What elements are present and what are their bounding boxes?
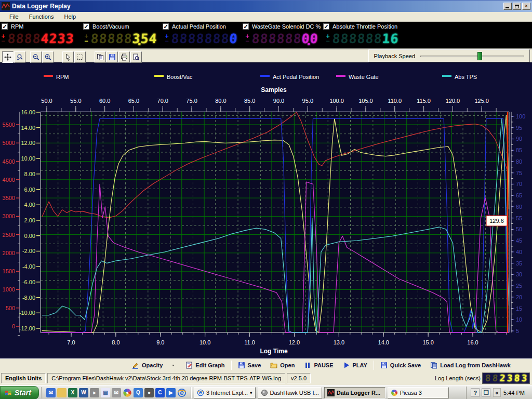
zoom-window-tool-icon bbox=[16, 54, 23, 61]
show-desktop-icon[interactable]: ▤ bbox=[101, 388, 110, 397]
zoom-window-tool-button[interactable] bbox=[14, 51, 25, 63]
taskbar: Start ✉XW▸▤✉Q●C▶e e3 Internet Expl...▾Da… bbox=[0, 385, 532, 399]
svg-text:-2.00: -2.00 bbox=[22, 248, 35, 254]
media-player-icon[interactable]: ▸ bbox=[90, 388, 99, 397]
load-log-button[interactable]: Load Log from DashHawk bbox=[425, 360, 515, 371]
svg-text:55.0: 55.0 bbox=[70, 98, 81, 104]
copernic-icon[interactable]: C bbox=[155, 388, 165, 397]
windows-flag-icon bbox=[5, 389, 12, 396]
svg-text:5500: 5500 bbox=[3, 122, 15, 128]
mail-icon[interactable]: ✉ bbox=[112, 388, 121, 397]
select-region-tool-button[interactable] bbox=[74, 51, 86, 63]
log-length-label: Log Length (secs) bbox=[435, 375, 481, 381]
svg-text:60: 60 bbox=[516, 204, 522, 210]
svg-text:100: 100 bbox=[516, 113, 525, 119]
rpm-checkbox[interactable]: ✓ bbox=[2, 23, 8, 30]
excel-icon[interactable]: X bbox=[68, 388, 77, 397]
sign-indicator: +− bbox=[164, 34, 170, 44]
open-folder-icon bbox=[270, 362, 277, 369]
opacity-button[interactable]: Opacity bbox=[127, 360, 167, 371]
cursor-tool-button[interactable] bbox=[62, 51, 74, 63]
load-log-label: Load Log from DashHawk bbox=[440, 362, 511, 368]
svg-text:80: 80 bbox=[516, 158, 522, 165]
opacity-dropdown-button[interactable] bbox=[167, 360, 181, 371]
menu-item-functions[interactable]: Functions bbox=[24, 12, 59, 21]
open-button[interactable]: Open bbox=[265, 360, 299, 371]
taskbar-divider bbox=[191, 387, 192, 398]
print-preview-tool-button[interactable] bbox=[130, 51, 142, 63]
led-digit: 6 bbox=[390, 32, 399, 46]
window-titlebar[interactable]: Data Logger Replay × bbox=[0, 0, 532, 12]
svg-text:4.00: 4.00 bbox=[24, 202, 35, 208]
start-button[interactable]: Start bbox=[0, 386, 39, 399]
svg-text:8.0: 8.0 bbox=[112, 339, 119, 345]
svg-text:6.00: 6.00 bbox=[24, 187, 35, 193]
help-icon[interactable]: ? bbox=[471, 388, 480, 397]
minimize-button[interactable] bbox=[503, 3, 512, 10]
select-region-tool-icon bbox=[76, 54, 84, 61]
boost-vacuum-led-display: +−88888354 bbox=[83, 32, 164, 46]
menu-item-file[interactable]: File bbox=[4, 12, 24, 21]
edit-graph-button[interactable]: Edit Graph bbox=[181, 360, 229, 371]
taskbar-button-data-logger-replay[interactable]: Data Logger R... bbox=[324, 387, 385, 398]
outlook-express-icon[interactable]: ✉ bbox=[46, 388, 56, 397]
close-button[interactable]: × bbox=[522, 3, 530, 10]
legend-swatch bbox=[442, 75, 451, 77]
svg-text:30: 30 bbox=[516, 271, 522, 277]
task-label: 3 Internet Expl... bbox=[206, 390, 248, 396]
copy-tool-button[interactable] bbox=[95, 51, 106, 63]
picasa-launch-icon bbox=[391, 389, 398, 396]
group-expand-icon[interactable]: ▾ bbox=[250, 390, 252, 395]
display-settings-icon[interactable]: ❏ bbox=[482, 388, 490, 397]
pan-tool-button[interactable] bbox=[2, 51, 14, 63]
actual-pedal-position-label: Actual Pedal Position bbox=[172, 23, 226, 30]
restore-button[interactable] bbox=[513, 3, 521, 10]
absolute-throttle-position-led-display: +−88888816 bbox=[325, 32, 459, 46]
print-tool-button[interactable] bbox=[118, 51, 130, 63]
svg-text:Waste Gate: Waste Gate bbox=[349, 74, 379, 80]
taskbar-button-dashhawk-usb[interactable]: DashHawk USB I... bbox=[258, 387, 322, 398]
floppy-icon bbox=[238, 362, 245, 369]
pause-button[interactable]: PAUSE bbox=[299, 360, 338, 371]
legend-swatch bbox=[154, 75, 164, 77]
svg-text:70.0: 70.0 bbox=[157, 98, 168, 104]
save-tool-button[interactable] bbox=[107, 51, 118, 63]
window-title: Data Logger Replay bbox=[12, 3, 502, 10]
taskbar-button-picasa[interactable]: Picasa 3 bbox=[388, 387, 449, 398]
svg-text:500: 500 bbox=[6, 305, 15, 311]
svg-text:2.00: 2.00 bbox=[24, 217, 35, 223]
toolbar-separator bbox=[231, 361, 232, 370]
units-indicator: English Units bbox=[1, 373, 46, 383]
play-circle-icon[interactable]: ▶ bbox=[166, 388, 176, 397]
svg-text:-6.00: -6.00 bbox=[22, 279, 35, 285]
play-button[interactable]: PLAY bbox=[338, 360, 372, 371]
save-button[interactable]: Save bbox=[233, 360, 266, 371]
wastegate-solenoid-dc-checkbox[interactable]: ✓ bbox=[243, 23, 249, 30]
actual-pedal-position-checkbox[interactable]: ✓ bbox=[163, 23, 169, 30]
taskbar-button-internet-explorer-group[interactable]: e3 Internet Expl...▾ bbox=[194, 387, 256, 398]
playback-speed-slider[interactable] bbox=[420, 52, 524, 60]
picasa-launch-icon[interactable] bbox=[123, 388, 132, 397]
zoom-out-tool-icon bbox=[32, 54, 39, 61]
zoom-out-tool-button[interactable] bbox=[30, 51, 42, 63]
menu-item-help[interactable]: Help bbox=[59, 12, 81, 21]
slider-thumb[interactable] bbox=[477, 52, 482, 60]
svg-text:e: e bbox=[199, 389, 202, 395]
folder-icon[interactable] bbox=[57, 388, 66, 397]
quick-save-button[interactable]: Quick Save bbox=[376, 360, 425, 371]
tray-collapse-button[interactable]: « bbox=[493, 388, 501, 397]
svg-text:-10.00: -10.00 bbox=[19, 310, 35, 316]
absolute-throttle-position-checkbox[interactable]: ✓ bbox=[323, 23, 329, 30]
zoom-in-tool-button[interactable] bbox=[42, 51, 54, 63]
internet-explorer-icon: e bbox=[197, 389, 204, 396]
pause-label: PAUSE bbox=[314, 362, 333, 368]
log-chart[interactable]: RPMBoost/VacAct Pedal PositionWaste Gate… bbox=[0, 63, 532, 358]
print-tool-icon bbox=[121, 54, 128, 61]
app-icon bbox=[2, 2, 10, 10]
boost-vacuum-checkbox[interactable]: ✓ bbox=[83, 23, 89, 30]
word-icon[interactable]: W bbox=[79, 388, 88, 397]
sphere-icon[interactable]: ● bbox=[144, 388, 154, 397]
internet-explorer-icon[interactable]: e bbox=[177, 388, 187, 397]
svg-text:35: 35 bbox=[516, 260, 522, 267]
quicktime-icon[interactable]: Q bbox=[134, 388, 143, 397]
